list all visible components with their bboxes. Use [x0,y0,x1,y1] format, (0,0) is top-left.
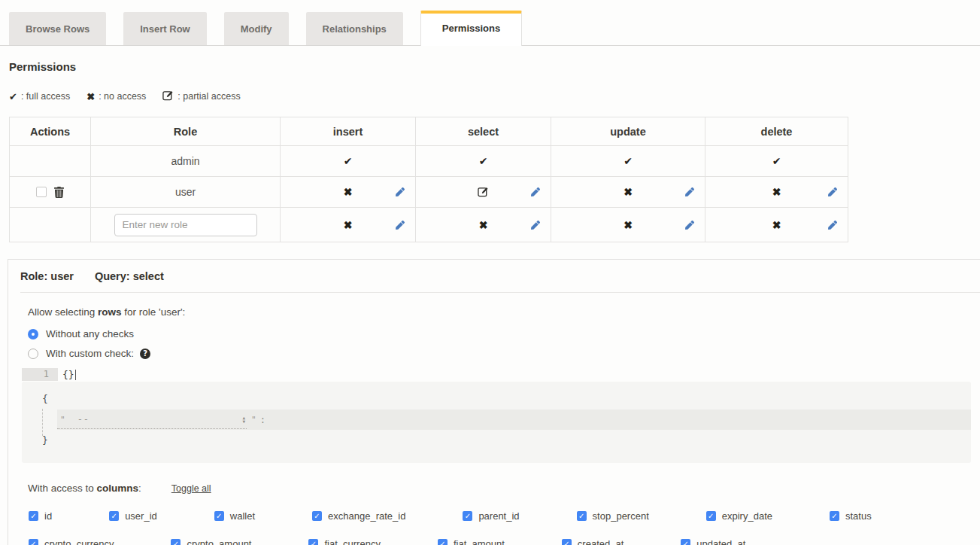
full-access-icon: ✔ [479,155,488,167]
new-role-input[interactable] [114,214,257,236]
user-select-cell [416,177,551,208]
checkbox-checked-icon[interactable] [214,511,224,521]
column-checkbox-row: crypto_currencycrypto_amountfiat_currenc… [29,538,980,545]
checkbox-checked-icon[interactable] [312,511,322,521]
json-builder[interactable]: { " -- ▲▼ " : } [22,382,971,463]
admin-insert-cell: ✔ [281,146,416,177]
user-actions-cell [10,177,91,208]
column-checkbox-item[interactable]: user_id [109,510,157,522]
column-checkbox-item[interactable]: parent_id [463,510,519,522]
editor-code-line[interactable]: {} [58,368,76,381]
toggle-all-link[interactable]: Toggle all [171,483,211,494]
checkbox-checked-icon[interactable] [438,539,448,545]
partial-access-icon [478,186,489,198]
column-checkbox-item[interactable]: crypto_currency [29,538,114,545]
checkbox-checked-icon[interactable] [830,511,839,521]
checkbox-checked-icon[interactable] [29,511,38,521]
column-label: crypto_amount [187,538,251,545]
legend-no-access: ✖ : no access [86,90,146,103]
checkbox-checked-icon[interactable] [706,511,716,521]
json-key-row[interactable]: " -- ▲▼ " : [57,410,971,430]
admin-select-cell: ✔ [416,146,551,177]
column-checkbox-item[interactable]: updated_at [681,538,745,545]
trash-icon[interactable] [54,187,64,198]
column-checkbox-item[interactable]: id [29,510,52,522]
column-checkbox-item[interactable]: fiat_currency [308,538,380,545]
admin-delete-cell: ✔ [705,146,848,177]
close-brace: } [42,434,971,447]
new-role-delete-cell: ✖ [705,208,848,242]
header-actions: Actions [10,117,91,146]
edit-pencil-icon[interactable] [396,221,405,230]
edit-pencil-icon[interactable] [828,221,837,230]
header-select: select [416,117,551,146]
tab-modify[interactable]: Modify [224,12,289,45]
full-access-icon: ✔ [623,155,633,167]
column-checkbox-item[interactable]: expiry_date [706,510,772,522]
column-checkbox-item[interactable]: exchange_rate_id [312,510,405,522]
edit-pencil-icon[interactable] [828,187,837,196]
column-label: fiat_amount [454,538,505,545]
no-access-icon: ✖ [772,219,781,231]
edit-pencil-icon[interactable] [531,221,540,230]
legend-no-access-label: : no access [99,91,146,102]
column-label: id [44,510,52,522]
tab-browse-rows[interactable]: Browse Rows [9,12,106,45]
table-tab-bar: Browse Rows Insert Row Modify Relationsh… [0,0,980,46]
column-label: stop_percent [593,510,649,522]
radio-selected-icon[interactable] [28,329,38,339]
new-role-update-cell: ✖ [551,208,705,242]
radio-unselected-icon[interactable] [28,349,38,359]
edit-pencil-icon[interactable] [685,221,694,230]
column-label: wallet [230,510,255,522]
column-checkbox-item[interactable]: status [830,510,872,522]
question-circle-icon[interactable]: ? [140,349,150,359]
new-role-select-cell: ✖ [416,208,551,242]
tab-relationships[interactable]: Relationships [306,12,403,45]
key-placeholder: -- [77,414,90,425]
stepper-arrows-icon[interactable]: ▲▼ [242,416,247,423]
user-delete-cell: ✖ [705,177,848,208]
edit-pencil-icon[interactable] [531,187,540,196]
edit-pencil-icon[interactable] [396,187,405,196]
editor-line-number: 1 [22,368,58,381]
tab-insert-row[interactable]: Insert Row [123,12,206,45]
radio-without-checks[interactable]: Without any checks [28,328,980,339]
pencil-square-icon [162,90,174,103]
column-checkbox-item[interactable]: created_at [562,538,623,545]
column-label: status [845,510,872,522]
new-role-cell [91,208,281,242]
checkbox-checked-icon[interactable] [463,511,472,521]
column-checkbox-item[interactable]: wallet [214,510,255,522]
tab-permissions[interactable]: Permissions [420,11,522,46]
checkbox-checked-icon[interactable] [681,539,690,545]
header-role: Role [91,117,281,146]
checkbox-checked-icon[interactable] [29,539,38,545]
checkbox-checked-icon[interactable] [562,539,572,545]
user-update-cell: ✖ [551,177,705,208]
new-role-actions-cell [10,208,91,242]
row-select-checkbox[interactable] [36,187,47,197]
column-label: updated_at [696,538,745,545]
radio-custom-check[interactable]: With custom check: ? [28,348,980,359]
admin-role-label: admin [91,146,281,177]
page-title: Permissions [9,60,980,73]
no-access-icon: ✖ [344,219,353,231]
custom-check-editor[interactable]: 1 {} { " -- ▲▼ " : } [22,368,971,463]
checkbox-checked-icon[interactable] [308,539,318,545]
full-access-icon: ✔ [772,155,781,167]
checkbox-checked-icon[interactable] [171,539,181,545]
column-label: crypto_currency [44,538,114,545]
checkbox-checked-icon[interactable] [577,511,587,521]
json-key-input[interactable]: " -- ▲▼ [57,410,247,429]
user-role-label: user [91,177,281,208]
user-insert-cell: ✖ [281,177,416,208]
divider [20,292,980,293]
checkbox-checked-icon[interactable] [109,511,119,521]
edit-pencil-icon[interactable] [685,187,694,196]
column-checkbox-item[interactable]: fiat_amount [438,538,505,545]
column-checkbox-item[interactable]: crypto_amount [171,538,251,545]
text-caret [75,370,76,380]
column-checkbox-item[interactable]: stop_percent [577,510,649,522]
table-row-new-role: ✖ ✖ ✖ ✖ [10,208,848,242]
